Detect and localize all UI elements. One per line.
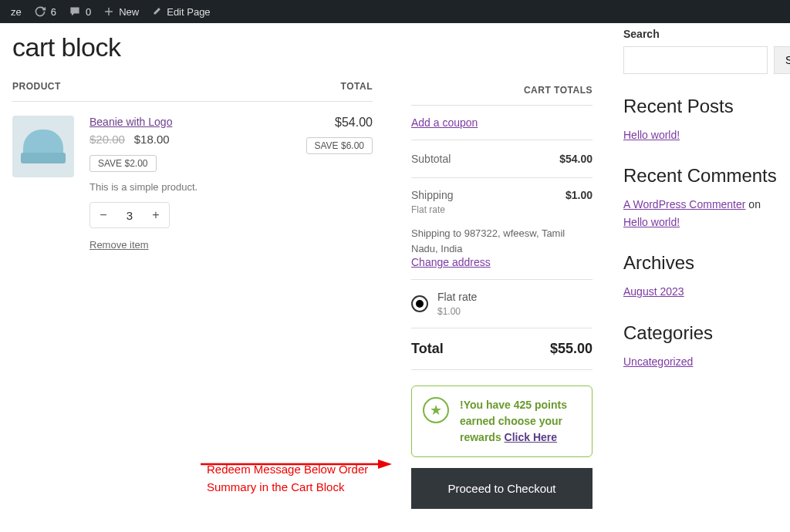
search-button[interactable]: Search [774, 46, 790, 74]
total-label: Total [411, 341, 444, 357]
sale-price: $18.00 [134, 133, 170, 146]
redeem-message-box: ★ !You have 425 points earned choose you… [411, 386, 592, 457]
commenter-link[interactable]: A WordPress Commenter [623, 198, 745, 210]
recent-comments-heading: Recent Comments [623, 165, 778, 187]
beanie-icon [23, 130, 63, 163]
comment-post-link[interactable]: Hello world! [623, 216, 680, 228]
subtotal-value: $54.00 [559, 153, 592, 165]
reward-click-here-link[interactable]: Click Here [505, 431, 557, 443]
plus-icon [103, 6, 114, 17]
add-coupon-link[interactable]: Add a coupon [411, 116, 478, 129]
search-input[interactable] [623, 46, 768, 74]
line-total: $54.00 [306, 116, 373, 130]
adminbar-customize-partial[interactable]: ze [5, 0, 28, 23]
proceed-to-checkout-button[interactable]: Proceed to Checkout [411, 468, 592, 509]
categories-heading: Categories [623, 322, 778, 344]
cart-item-row: Beanie with Logo $20.00 $18.00 SAVE $2.0… [12, 102, 373, 251]
adminbar-comments[interactable]: 0 [62, 0, 97, 23]
remove-item-link[interactable]: Remove item [89, 239, 291, 251]
qty-minus-button[interactable]: − [90, 203, 116, 227]
shipping-value: $1.00 [565, 189, 592, 201]
subtotal-label: Subtotal [411, 153, 451, 165]
qty-plus-button[interactable]: + [143, 203, 169, 227]
shipping-method-note: Flat rate [411, 204, 592, 215]
original-price: $20.00 [89, 133, 125, 146]
adminbar-updates[interactable]: 6 [28, 0, 62, 23]
archives-heading: Archives [623, 252, 778, 274]
change-address-link[interactable]: Change address [411, 256, 491, 268]
total-value: $55.00 [550, 341, 592, 357]
product-thumbnail[interactable] [12, 116, 74, 177]
star-icon: ★ [423, 397, 449, 423]
recent-posts-heading: Recent Posts [623, 96, 778, 117]
product-description: This is a simple product. [89, 181, 291, 193]
updates-icon [34, 5, 46, 18]
archive-link[interactable]: August 2023 [623, 285, 684, 298]
shipping-label: Shipping [411, 189, 454, 201]
recent-post-link[interactable]: Hello world! [623, 129, 680, 141]
flat-rate-radio[interactable] [411, 295, 428, 312]
flat-rate-price: $1.00 [437, 306, 477, 317]
page-title: cart block [12, 32, 373, 62]
quantity-stepper: − 3 + [89, 202, 170, 228]
col-total: TOTAL [341, 81, 373, 92]
save-badge: SAVE $2.00 [89, 155, 157, 172]
product-name-link[interactable]: Beanie with Logo [89, 116, 172, 128]
adminbar-new[interactable]: New [97, 0, 145, 23]
line-save-badge: SAVE $6.00 [306, 137, 373, 154]
pencil-icon [151, 6, 162, 17]
cart-header: PRODUCT TOTAL [12, 81, 373, 102]
qty-value: 3 [116, 209, 143, 222]
adminbar-edit-page[interactable]: Edit Page [145, 0, 216, 23]
admin-bar: ze 6 0 New Edit Page [0, 0, 790, 23]
shipping-address: Shipping to 987322, wfeesw, Tamil Nadu, … [411, 226, 592, 256]
search-label: Search [623, 28, 660, 40]
flat-rate-label: Flat rate [437, 291, 477, 303]
svg-marker-1 [378, 460, 392, 469]
annotation-arrow [201, 456, 393, 472]
category-link[interactable]: Uncategorized [623, 355, 693, 368]
comment-icon [69, 5, 81, 18]
col-product: PRODUCT [12, 81, 61, 92]
cart-totals-heading: CART TOTALS [411, 85, 592, 106]
